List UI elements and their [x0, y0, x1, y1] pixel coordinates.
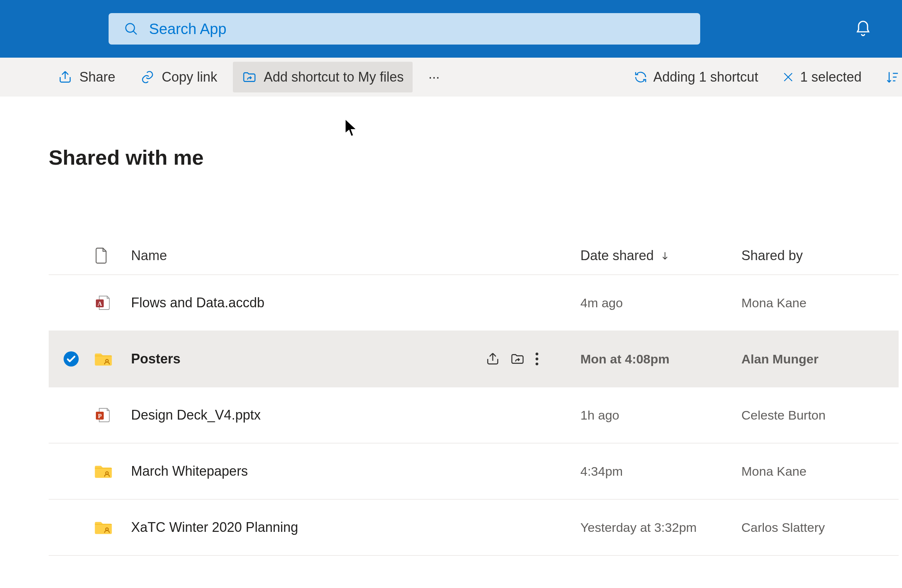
table-header: Name Date shared Shared by: [49, 237, 899, 275]
date-shared-cell: 1h ago: [580, 408, 741, 422]
svg-point-0: [126, 23, 135, 32]
file-name[interactable]: Flows and Data.accdb: [131, 295, 265, 311]
adding-shortcut-label: Adding 1 shortcut: [653, 69, 758, 85]
notifications-button[interactable]: [854, 20, 872, 38]
link-icon: [140, 70, 155, 84]
table-row[interactable]: A Flows and Data.accdb 4m ago Mona Kane: [49, 275, 899, 331]
name-column-header[interactable]: Name: [131, 248, 580, 263]
date-shared-column-header[interactable]: Date shared: [580, 248, 741, 263]
file-name[interactable]: March Whitepapers: [131, 463, 248, 479]
clear-selection-button[interactable]: 1 selected: [772, 62, 871, 92]
file-name[interactable]: Design Deck_V4.pptx: [131, 407, 261, 423]
shared-by-cell: Alan Munger: [741, 352, 899, 366]
svg-point-13: [536, 363, 538, 365]
svg-point-12: [536, 357, 538, 360]
row-share-icon[interactable]: [485, 352, 500, 366]
shared-by-cell: Carlos Slattery: [741, 520, 899, 535]
file-table: Name Date shared Shared by A Flows and D…: [49, 237, 899, 556]
page-title: Shared with me: [49, 145, 902, 170]
sync-icon: [633, 70, 648, 84]
search-input[interactable]: [149, 20, 685, 38]
file-type-column-header[interactable]: [94, 247, 131, 264]
svg-text:P: P: [98, 413, 102, 419]
date-shared-cell: 4:34pm: [580, 464, 741, 479]
command-bar: Share Copy link Add shortcut to My files…: [0, 58, 902, 97]
close-icon: [781, 70, 795, 84]
sort-button[interactable]: [876, 62, 902, 92]
folder-shortcut-icon: [242, 70, 257, 84]
add-shortcut-label: Add shortcut to My files: [264, 69, 404, 85]
overflow-icon: ···: [428, 69, 440, 85]
overflow-menu-button[interactable]: ···: [420, 62, 449, 92]
file-type-icon: [94, 351, 131, 367]
shared-by-cell: Mona Kane: [741, 296, 899, 310]
file-type-icon: [94, 519, 131, 535]
file-name[interactable]: Posters: [131, 351, 180, 367]
search-box[interactable]: [109, 13, 700, 45]
add-shortcut-button[interactable]: Add shortcut to My files: [233, 62, 413, 92]
mouse-cursor: [344, 118, 359, 138]
date-shared-cell: 4m ago: [580, 296, 741, 310]
copy-link-label: Copy link: [162, 69, 217, 85]
sort-icon: [885, 70, 900, 84]
table-row[interactable]: Posters Mon at 4:08pm Alan Munger: [49, 331, 899, 387]
table-row[interactable]: March Whitepapers 4:34pm Mona Kane: [49, 444, 899, 500]
svg-text:A: A: [98, 300, 102, 307]
share-button[interactable]: Share: [49, 62, 124, 92]
shared-by-column-header[interactable]: Shared by: [741, 248, 899, 263]
adding-shortcut-status: Adding 1 shortcut: [624, 62, 767, 92]
file-name[interactable]: XaTC Winter 2020 Planning: [131, 519, 298, 535]
app-header: [0, 0, 902, 58]
date-shared-cell: Yesterday at 3:32pm: [580, 520, 741, 535]
share-label: Share: [79, 69, 115, 85]
sort-descending-icon: [660, 250, 670, 261]
svg-line-1: [133, 31, 137, 34]
date-shared-label: Date shared: [580, 248, 654, 263]
svg-point-11: [536, 353, 538, 355]
shared-by-cell: Mona Kane: [741, 464, 899, 479]
selected-count-label: 1 selected: [800, 69, 861, 85]
search-icon: [124, 21, 139, 36]
row-more-icon[interactable]: [535, 352, 539, 366]
row-checkbox[interactable]: [49, 351, 94, 367]
file-type-icon: P: [94, 406, 131, 424]
date-shared-cell: Mon at 4:08pm: [580, 352, 741, 366]
shared-by-cell: Celeste Burton: [741, 408, 899, 422]
file-type-icon: A: [94, 294, 131, 312]
share-icon: [58, 70, 73, 84]
table-row[interactable]: P Design Deck_V4.pptx 1h ago Celeste Bur…: [49, 387, 899, 444]
table-row[interactable]: XaTC Winter 2020 Planning Yesterday at 3…: [49, 500, 899, 556]
row-shortcut-icon[interactable]: [510, 352, 525, 366]
copy-link-button[interactable]: Copy link: [131, 62, 226, 92]
file-type-icon: [94, 463, 131, 479]
